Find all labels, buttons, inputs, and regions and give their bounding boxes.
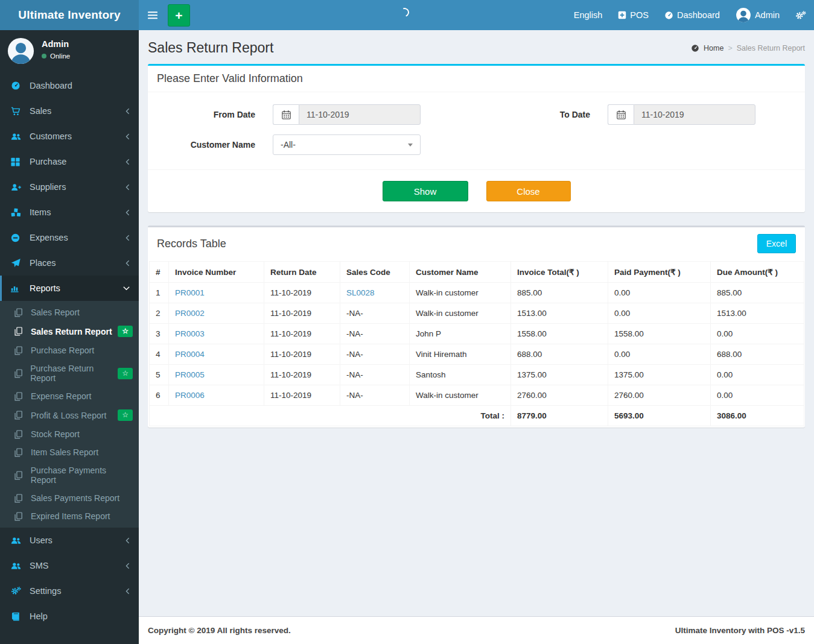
excel-export-button[interactable]: Excel (757, 234, 796, 253)
records-table: # Invoice Number Return Date Sales Code … (149, 261, 804, 426)
sidebar-item-label: Help (30, 611, 48, 621)
settings-menu[interactable] (787, 0, 814, 30)
records-panel: Records Table Excel # Invoice Number Ret… (148, 226, 805, 428)
invoice-number-link[interactable]: PR0005 (175, 370, 205, 379)
from-date-label: From Date (157, 110, 255, 119)
star-badge: ☆ (118, 368, 133, 379)
show-button[interactable]: Show (383, 181, 468, 201)
close-button[interactable]: Close (486, 181, 571, 201)
sidebar-item-label: Item Sales Report (31, 447, 98, 457)
sidebar-item-places[interactable]: Places (0, 250, 139, 276)
sidebar-item-items[interactable]: Items (0, 200, 139, 225)
sales-code-cell: -NA- (340, 385, 410, 406)
users-icon (11, 132, 25, 141)
due-amount-cell: 885.00 (711, 283, 804, 303)
user-status[interactable]: Online (42, 52, 70, 60)
col-header-invoice-total: Invoice Total(₹ ) (511, 262, 608, 283)
sidebar-item-help[interactable]: Help (0, 604, 139, 629)
dashboard-icon (664, 11, 673, 20)
pos-link[interactable]: POS (610, 0, 657, 30)
breadcrumb: Home > Sales Return Report (691, 44, 805, 52)
invoice-number-link[interactable]: PR0004 (175, 350, 205, 359)
quick-add-button[interactable]: + (168, 4, 190, 27)
app-logo[interactable]: Ultimate Inventory (0, 0, 139, 30)
sidebar-item-expense-report[interactable]: Expense Report (0, 387, 139, 405)
sidebar-item-purchase-report[interactable]: Purchase Report (0, 341, 139, 359)
paper-plane-icon (11, 258, 25, 268)
col-header-due-amount: Due Amount(₹ ) (711, 262, 804, 283)
filter-panel: Please Enter Valid Information From Date… (148, 64, 805, 212)
total-invoice-total: 8779.00 (511, 406, 608, 426)
due-amount-cell: 1513.00 (711, 303, 804, 324)
chevron-left-icon (126, 235, 130, 241)
sidebar-item-suppliers[interactable]: Suppliers (0, 174, 139, 200)
sidebar-item-expenses[interactable]: Expenses (0, 225, 139, 250)
sidebar-item-expired-items-report[interactable]: Expired Items Report (0, 507, 139, 525)
sidebar-item-stock-report[interactable]: Stock Report (0, 425, 139, 443)
sidebar-item-settings[interactable]: Settings (0, 578, 139, 604)
sidebar-item-profit-loss-report[interactable]: Profit & Loss Report ☆ (0, 405, 139, 425)
copy-icon (14, 512, 27, 521)
invoice-total-cell: 1513.00 (511, 303, 608, 324)
sidebar-item-customers[interactable]: Customers (0, 124, 139, 149)
breadcrumb-home[interactable]: Home (704, 44, 723, 52)
invoice-number-link-cell: PR0002 (169, 303, 264, 324)
star-badge: ☆ (118, 409, 133, 421)
copy-icon (14, 346, 27, 355)
sidebar-item-sms[interactable]: SMS (0, 553, 139, 578)
sidebar-item-sales-report[interactable]: Sales Report (0, 303, 139, 321)
book-icon (11, 612, 25, 621)
copy-icon (14, 494, 27, 503)
sidebar-toggle-button[interactable] (139, 0, 167, 30)
sidebar-item-purchase-return-report[interactable]: Purchase Return Report ☆ (0, 359, 139, 387)
reports-submenu: Sales Report Sales Return Report ☆ Purch… (0, 301, 139, 528)
sidebar-item-label: Settings (30, 586, 61, 596)
breadcrumb-current: Sales Return Report (737, 44, 805, 52)
row-index-cell: 6 (150, 385, 169, 406)
sidebar-item-reports[interactable]: Reports (0, 276, 139, 301)
cubes-icon (11, 208, 25, 217)
sales-code[interactable]: SL0028 (346, 288, 375, 297)
language-menu[interactable]: English (566, 0, 611, 30)
invoice-total-cell: 1375.00 (511, 365, 608, 385)
return-date-cell: 11-10-2019 (264, 365, 340, 385)
dashboard-icon (11, 81, 25, 90)
table-row: 6PR000611-10-2019-NA-Walk-in customer276… (150, 385, 804, 406)
due-amount-cell: 688.00 (711, 344, 804, 365)
sidebar-item-dashboard[interactable]: Dashboard (0, 73, 139, 98)
invoice-number-link[interactable]: PR0002 (175, 309, 205, 318)
invoice-number-link-cell: PR0005 (169, 365, 264, 385)
sidebar-item-sales-payments-report[interactable]: Sales Payments Report (0, 489, 139, 507)
sidebar-item-purchase-payments-report[interactable]: Purchase Payments Report (0, 461, 139, 489)
col-header-paid-payment: Paid Payment(₹ ) (608, 262, 711, 283)
sidebar-item-item-sales-report[interactable]: Item Sales Report (0, 443, 139, 461)
sidebar-item-label: Dashboard (30, 81, 72, 90)
total-due-amount: 3086.00 (711, 406, 804, 426)
sidebar-item-sales-return-report[interactable]: Sales Return Report ☆ (0, 321, 139, 341)
to-date-input[interactable] (634, 104, 755, 125)
invoice-number-link[interactable]: PR0003 (175, 329, 205, 338)
sidebar-item-sales[interactable]: Sales (0, 98, 139, 124)
dashboard-link[interactable]: Dashboard (657, 0, 728, 30)
user-menu[interactable]: Admin (728, 0, 787, 30)
row-index-cell: 2 (150, 303, 169, 324)
return-date-cell: 11-10-2019 (264, 303, 340, 324)
invoice-number-link[interactable]: PR0006 (175, 391, 205, 400)
calendar-icon[interactable] (608, 104, 634, 125)
sidebar-item-purchase[interactable]: Purchase (0, 149, 139, 174)
users-icon (11, 561, 25, 570)
paid-payment-cell: 0.00 (608, 303, 711, 324)
chevron-left-icon (126, 563, 130, 569)
home-icon (691, 44, 699, 52)
sidebar-item-users[interactable]: Users (0, 528, 139, 553)
invoice-number-link[interactable]: PR0001 (175, 288, 205, 297)
from-date-input[interactable] (299, 104, 421, 125)
minus-circle-icon (11, 233, 25, 242)
customer-select[interactable]: -All- (273, 134, 421, 155)
chevron-left-icon (126, 588, 130, 595)
copy-icon (14, 369, 27, 378)
invoice-number-link-cell: PR0006 (169, 385, 264, 406)
sidebar-item-label: SMS (30, 561, 48, 570)
calendar-icon[interactable] (273, 104, 299, 125)
paid-payment-cell: 0.00 (608, 344, 711, 365)
